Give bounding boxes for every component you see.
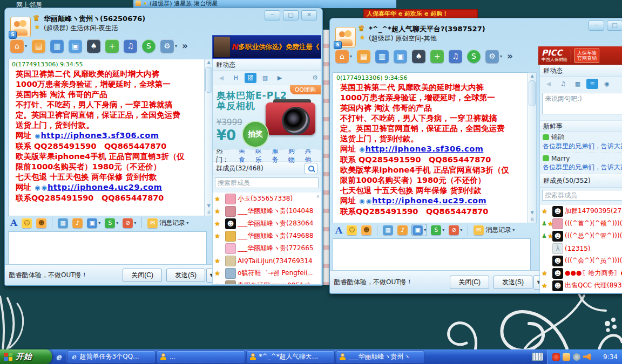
maximize-button[interactable]: □ (283, 10, 299, 20)
image-button[interactable]: ▦ (58, 218, 68, 228)
tab-tuangou-button[interactable]: 团 (245, 73, 256, 83)
news-item[interactable]: Marry4各位群里的兄弟们，告诉大家 (540, 153, 622, 174)
shout-input[interactable] (542, 93, 622, 114)
member-row[interactable]: ★___华丽颠峰ヽ贵(104048... (213, 205, 321, 217)
member-search-input[interactable] (215, 177, 319, 188)
tab-video-button[interactable]: ▥ (259, 73, 271, 83)
member-row[interactable]: ★☻加群14790395(271... (540, 205, 622, 217)
scroll-up-arrow[interactable]: ▲ (207, 59, 210, 66)
qq-music-button[interactable]: S (467, 50, 481, 63)
send-button[interactable]: 发送(S) (166, 269, 205, 282)
spam-link[interactable]: http://iphone3.sf306.com (41, 131, 159, 140)
group-avatar[interactable]: S (10, 17, 31, 37)
member-row[interactable]: ★☻出售QCC 代理(893939... (540, 279, 622, 292)
voice-chat-button[interactable]: ♫ (449, 50, 462, 63)
news-text[interactable]: 各位群里的兄弟们，告诉大家 (543, 142, 622, 150)
member-row[interactable]: ☻(((^会^)(^员^)))(1700... (540, 255, 622, 267)
member-row[interactable]: ★小玉(535657338) (213, 193, 321, 205)
group-chat-button[interactable]: + (430, 50, 444, 63)
audio-device-icon[interactable] (573, 353, 580, 361)
ie-icon[interactable]: e (56, 352, 62, 362)
message-record-button[interactable]: ✉消息记录▾ (147, 218, 188, 228)
message-input[interactable] (8, 231, 207, 267)
tab-h-button[interactable]: H (230, 73, 242, 83)
image-button[interactable]: ▦ (383, 225, 393, 235)
job-ad-banner[interactable]: N 多职业供你选》免费注册《 (212, 35, 321, 59)
tools-button[interactable]: ⚙▾ (160, 39, 177, 53)
taskbar-button[interactable]: e超简单任务3个QQ... (67, 351, 156, 363)
voice-chat-button[interactable]: ♫ (124, 39, 137, 53)
music-file-button[interactable]: ♪ (397, 225, 408, 235)
screen-capture-button[interactable]: ▣▾ (87, 218, 100, 228)
member-row[interactable]: ♟★☻(((^总^)(^管^)))(5537... (540, 230, 622, 242)
close-chat-button[interactable]: 关闭(C) (123, 269, 162, 282)
news-text[interactable]: 各位群里的兄弟们，告诉大家 (543, 163, 622, 171)
message-input[interactable] (333, 238, 531, 272)
screen-capture-button[interactable]: ▣▾ (412, 224, 427, 236)
member-row[interactable]: ★___华丽颠峰ヽ贵(749688... (213, 230, 321, 242)
tab-prev-button[interactable]: ◀ (543, 79, 555, 89)
member-row[interactable]: ★烦=不胜=防(3818727... (540, 292, 622, 293)
tab-prev-button[interactable]: ◀ (215, 73, 227, 83)
tab-photo-button[interactable]: ▦ (572, 79, 584, 89)
tab-next-button[interactable]: ▶ (274, 73, 286, 83)
tab-sound-button[interactable]: ♫ (557, 79, 569, 89)
emoticon-button[interactable]: ☺ (22, 218, 32, 228)
background-window-titlebar[interactable]: ★ (超级群) 追星族-港台明星 (133, 0, 396, 8)
settings-wrench-icon[interactable]: ⚙ (312, 74, 318, 81)
games-button[interactable]: ♠ (87, 39, 100, 53)
taskbar-button[interactable]: ... (157, 351, 245, 363)
scroll-up-arrow[interactable]: ∧ (316, 194, 320, 199)
news-item[interactable]: 锦鹃4各位群里的兄弟们，告诉大家 (540, 132, 622, 153)
chat-scrollbar[interactable]: ▲ ▼ ⇊ (528, 72, 537, 223)
qq-music-button[interactable]: S (142, 39, 156, 53)
member-row[interactable]: ♟★(((^首^)(^领^)))(7377... (540, 217, 622, 230)
photo-album-button[interactable]: ▥ (375, 50, 389, 63)
video-button[interactable]: ▣ (69, 39, 82, 53)
spam-link[interactable]: http://iphone4.uc29.com (372, 196, 486, 205)
home-button[interactable]: ⌂▾ (10, 39, 27, 53)
member-row[interactable]: ★☻___华丽颠峰ヽ贵(283064... (213, 217, 321, 230)
member-row[interactable]: ★贵阳生活网www.0851sh.... (213, 279, 321, 285)
minimize-button[interactable]: ─ (589, 20, 604, 31)
video-button[interactable]: ▣ (394, 50, 407, 63)
keyboard-layout-icon[interactable] (532, 353, 543, 361)
member-row[interactable]: ★AI♀TaiLiJun(734769314) (213, 255, 321, 267)
magic-emoticon-button[interactable]: ☻ (361, 225, 371, 235)
taskbar-button[interactable]: *^_^*超人气聊天... (246, 351, 335, 363)
spam-link[interactable]: http://iphone4.uc29.com (48, 183, 162, 191)
home-button[interactable]: ⌂▾ (335, 50, 352, 63)
qq-music-button[interactable]: S▾ (105, 218, 118, 228)
volume-icon[interactable] (583, 353, 591, 361)
font-button[interactable]: A (10, 217, 17, 228)
music-file-button[interactable]: ♪ (72, 218, 83, 228)
emoticon-button[interactable]: ☺ (347, 225, 357, 235)
games-button[interactable]: ♠ (412, 50, 425, 63)
anti-spam-button[interactable]: ⊘▾ (123, 218, 136, 228)
groupon-ad-card[interactable]: QQ团购 奥林巴斯E-PL2 单反相机 ¥3999 ¥0 抽奖 (213, 85, 321, 149)
member-row[interactable]: λ(12315) (540, 242, 622, 255)
scroll-thumb[interactable] (205, 67, 212, 93)
tools-button[interactable]: ⚙▾ (485, 50, 502, 63)
folder-button[interactable]: ▤ (32, 39, 45, 53)
scroll-down-arrow[interactable]: ▼ (530, 210, 533, 216)
member-row[interactable]: ★☻●●●〖给力商务〗● (540, 267, 622, 279)
group-chat-button[interactable]: + (105, 39, 119, 53)
scroll-to-latest-arrow[interactable]: ⇊ (530, 216, 534, 223)
member-row[interactable]: ★o毓苻鞋゛→렌 Pengfei(... (213, 267, 321, 279)
qq-music-button[interactable]: S▾ (431, 225, 444, 235)
lottery-badge[interactable]: 抽奖 (243, 122, 268, 147)
spam-link[interactable]: http://iphone3.sf306.com (366, 145, 484, 153)
scroll-down-arrow[interactable]: ∨ (316, 283, 320, 285)
font-button[interactable]: A (335, 225, 342, 236)
security-alert-icon[interactable] (552, 353, 560, 361)
scroll-thumb[interactable] (529, 80, 536, 106)
group-avatar[interactable]: S (335, 27, 356, 47)
tab-list-button[interactable]: ≡ (586, 79, 598, 89)
picc-ad-banner[interactable]: PICC 中国人保财险 人保车险 官网直销 (538, 46, 622, 65)
close-chat-button[interactable]: 关闭(C) (450, 276, 489, 289)
magic-emoticon-button[interactable]: ☻ (36, 218, 46, 228)
folder-button[interactable]: ▤ (357, 50, 370, 63)
taskbar-button[interactable]: ___华丽颠峰ヽ贵州ヽ (336, 351, 424, 363)
scroll-down-arrow[interactable]: ▼ (207, 203, 210, 209)
